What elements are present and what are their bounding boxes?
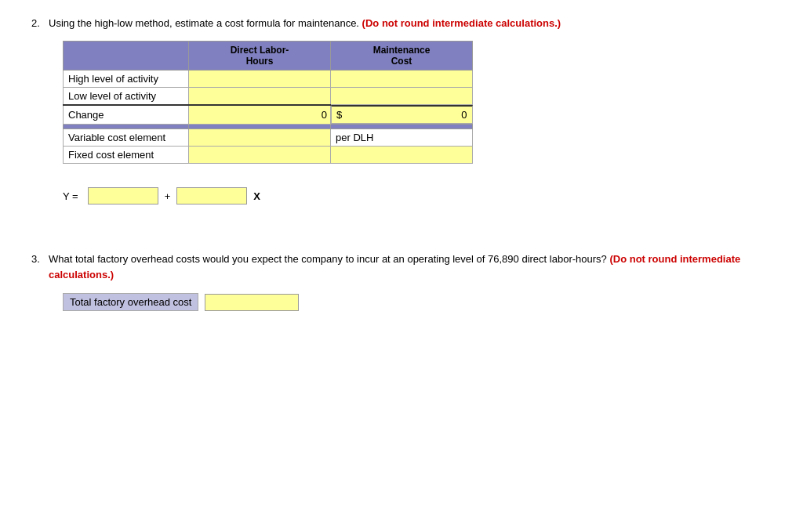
- q3-number: 3.: [31, 252, 44, 282]
- table-row-low: Low level of activity: [64, 87, 473, 105]
- change-label: Change: [64, 105, 189, 125]
- low-hours-cell[interactable]: [189, 87, 331, 105]
- change-hours-cell: 0: [189, 105, 331, 125]
- col-header-label: [64, 41, 189, 70]
- high-cost-cell[interactable]: [331, 70, 473, 87]
- high-low-table: Direct Labor-Hours MaintenanceCost High …: [63, 41, 473, 165]
- x-label: X: [253, 190, 260, 202]
- fixed-cost-cell[interactable]: [331, 147, 473, 164]
- low-cost-input[interactable]: [336, 90, 467, 102]
- q3-main-text: What total factory overhead costs would …: [49, 253, 607, 265]
- question-2-header: 2. Using the high-low method, estimate a…: [31, 16, 772, 31]
- col-header-hours: Direct Labor-Hours: [189, 41, 331, 70]
- per-dlh-cell: per DLH: [331, 129, 473, 147]
- q2-number: 2.: [31, 16, 44, 31]
- low-hours-input[interactable]: [194, 90, 325, 102]
- total-overhead-input[interactable]: [205, 294, 299, 311]
- high-hours-cell[interactable]: [189, 70, 331, 87]
- fixed-hours-cell[interactable]: [189, 147, 331, 164]
- total-overhead-label: Total factory overhead cost: [63, 293, 198, 311]
- table-row-high: High level of activity: [64, 70, 473, 87]
- fixed-label: Fixed cost element: [64, 147, 189, 164]
- change-cost-value: 0: [345, 109, 467, 121]
- q3-text: What total factory overhead costs would …: [49, 252, 772, 282]
- table-row-fixed: Fixed cost element: [64, 147, 473, 164]
- col-header-cost: MaintenanceCost: [331, 41, 473, 70]
- plus-sign: +: [165, 190, 171, 202]
- y-equals-label: Y =: [63, 190, 78, 202]
- q3-answer-row: Total factory overhead cost: [63, 293, 772, 311]
- formula-input-2[interactable]: [176, 187, 247, 204]
- high-label: High level of activity: [64, 70, 189, 87]
- variable-hours-input[interactable]: [194, 132, 325, 143]
- high-hours-input[interactable]: [194, 73, 325, 85]
- high-cost-input[interactable]: [336, 73, 467, 85]
- table-row-change: Change 0 $ 0: [64, 105, 473, 125]
- q2-table-container: Direct Labor-Hours MaintenanceCost High …: [63, 41, 772, 165]
- q2-warning: (Do not round intermediate calculations.…: [362, 17, 561, 29]
- variable-hours-cell[interactable]: [189, 129, 331, 147]
- q2-main-text: Using the high-low method, estimate a co…: [49, 17, 359, 29]
- fixed-cost-input[interactable]: [336, 149, 467, 161]
- fixed-hours-input[interactable]: [194, 149, 325, 161]
- low-cost-cell[interactable]: [331, 87, 473, 105]
- question-2: 2. Using the high-low method, estimate a…: [31, 16, 772, 204]
- table-row-variable: Variable cost element per DLH: [64, 129, 473, 147]
- formula-input-1[interactable]: [88, 187, 158, 204]
- formula-row: Y = + X: [63, 187, 772, 204]
- dollar-sign: $: [336, 109, 343, 121]
- low-label: Low level of activity: [64, 87, 189, 105]
- question-3-header: 3. What total factory overhead costs wou…: [31, 252, 772, 282]
- q2-text: Using the high-low method, estimate a co…: [49, 16, 772, 31]
- question-3: 3. What total factory overhead costs wou…: [31, 252, 772, 311]
- variable-label: Variable cost element: [64, 129, 189, 147]
- change-cost-cell: $ 0: [331, 105, 473, 124]
